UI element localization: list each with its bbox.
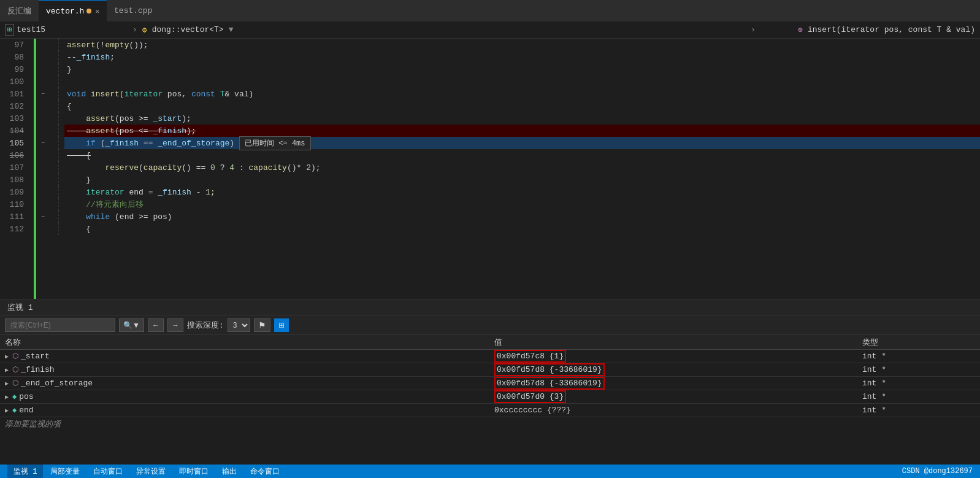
breadcrumb-bar: ⊞ test15 › ⚙ dong::vector<T> ▼ › ⊕ inser…	[0, 21, 980, 39]
grid-btn[interactable]: ⊞	[274, 318, 289, 332]
line-103: 103	[0, 112, 29, 125]
code-line-112: {	[64, 223, 980, 235]
line-106: 106	[0, 149, 29, 161]
col-value: 值	[489, 337, 857, 348]
breadcrumb-class[interactable]: ⚙ dong::vector<T> ▼	[142, 25, 746, 35]
code-line-108: }	[64, 174, 980, 186]
search-icon-btn[interactable]: 🔍▼	[119, 318, 144, 332]
watch-table: ▶ ⬡ _start 0x00fd57c8 {1} int * ▶ ⬡ _fin…	[0, 350, 980, 465]
search-input[interactable]	[5, 318, 115, 332]
watch-toolbar: 🔍▼ ← → 搜索深度: 3 1 2 4 5 ⚑ ⊞	[0, 315, 980, 335]
status-right-text: CSDN @dong132697	[902, 467, 973, 476]
code-line-104: assert(pos <= _finish);	[64, 125, 980, 137]
dropdown-icon: ▼	[229, 25, 234, 34]
watch-row-start[interactable]: ▶ ⬡ _start 0x00fd57c8 {1} int *	[0, 350, 980, 363]
status-tab-command[interactable]: 命令窗口	[244, 465, 286, 478]
line-110: 110	[0, 198, 29, 210]
modified-indicator	[86, 9, 91, 13]
project-icon: ⊞	[5, 24, 14, 36]
line-105: ➤ 105	[0, 137, 29, 149]
fold-105[interactable]: −	[41, 140, 45, 147]
gutter: − − −	[34, 39, 52, 299]
green-bar	[34, 39, 36, 299]
close-icon[interactable]: ✕	[95, 7, 99, 15]
value-start: 0x00fd57c8 {1}	[494, 350, 566, 363]
line-numbers: 97 98 99 100 101 102 103 104 ➤ 105 106 1…	[0, 39, 34, 299]
debug-tooltip-105: 已用时间 <= 4ms	[239, 136, 310, 150]
status-tab-exception[interactable]: 异常设置	[130, 465, 172, 478]
col-name: 名称	[0, 337, 489, 348]
code-line-109: iterator end = _finish - 1;	[64, 186, 980, 198]
watch-table-header: 名称 值 类型	[0, 335, 980, 350]
watch-row-eos[interactable]: ▶ ⬡ _end_of_storage 0x00fd57d8 {-3368601…	[0, 377, 980, 390]
project-name: test15	[17, 25, 45, 34]
watch-row-pos[interactable]: ▶ ◆ pos 0x00fd57d0 {3} int *	[0, 390, 980, 404]
line-104: 104	[0, 125, 29, 137]
watch-row-finish[interactable]: ▶ ⬡ _finish 0x00fd57d8 {-33686019} int *	[0, 363, 980, 377]
class-name: dong::vector<T>	[152, 25, 224, 34]
add-watch-row[interactable]: 添加要监视的项	[0, 417, 980, 431]
icon-end: ◆	[12, 406, 17, 415]
line-101: 101	[0, 88, 29, 100]
icon-eos: ⬡	[12, 379, 18, 388]
breadcrumb-function[interactable]: ⊕ insert(iterator pos, const T & val)	[760, 25, 975, 35]
code-line-100	[64, 75, 980, 88]
expand-pos[interactable]: ▶	[5, 393, 9, 401]
depth-select[interactable]: 3 1 2 4 5	[228, 318, 250, 332]
expand-eos[interactable]: ▶	[5, 380, 9, 387]
icon-finish: ⬡	[12, 365, 18, 374]
value-pos: 0x00fd57d0 {3}	[494, 390, 566, 403]
nav-back-btn[interactable]: ←	[148, 318, 164, 332]
fold-101[interactable]: −	[41, 91, 45, 98]
depth-label: 搜索深度:	[187, 320, 224, 331]
line-100: 100	[0, 75, 29, 88]
line-109: 109	[0, 186, 29, 198]
panel-title-bar: 监视 1	[0, 299, 980, 315]
title-bar: 反汇编 vector.h ✕ test.cpp	[0, 0, 980, 21]
line-111: 111	[0, 210, 29, 223]
expand-end[interactable]: ▶	[5, 407, 9, 414]
code-line-101: void insert(iterator pos, const T& val)	[64, 88, 980, 100]
nav-forward-btn[interactable]: →	[167, 318, 183, 332]
code-line-111: while (end >= pos)	[64, 210, 980, 223]
icon-start: ⬡	[12, 352, 18, 361]
code-line-97: assert(!empty());	[64, 39, 980, 51]
status-tabs: 监视 1 局部变量 自动窗口 异常设置 即时窗口 输出 命令窗口	[7, 465, 902, 478]
function-name: insert(iterator pos, const T & val)	[808, 25, 975, 34]
expand-start[interactable]: ▶	[5, 353, 9, 360]
value-eos: 0x00fd57d8 {-33686019}	[494, 377, 605, 390]
watch-row-end[interactable]: ▶ ◆ end 0xcccccccc {???} int *	[0, 404, 980, 417]
line-102: 102	[0, 100, 29, 112]
fold-111[interactable]: −	[41, 214, 45, 220]
status-tab-watch1[interactable]: 监视 1	[7, 465, 43, 478]
value-end: 0xcccccccc {???}	[494, 406, 571, 415]
status-tab-locals[interactable]: 局部变量	[44, 465, 86, 478]
code-line-102: {	[64, 100, 980, 112]
expand-finish[interactable]: ▶	[5, 366, 9, 374]
code-content[interactable]: assert(!empty()); --_finish; } void inse…	[64, 39, 980, 299]
code-line-110: //将元素向后移	[64, 198, 980, 210]
function-icon: ⊕	[798, 25, 803, 35]
code-line-106: {	[64, 149, 980, 161]
code-line-99: }	[64, 63, 980, 75]
value-finish: 0x00fd57d8 {-33686019}	[494, 363, 605, 376]
tab-vector-h[interactable]: vector.h ✕	[39, 0, 107, 21]
code-line-107: reserve(capacity() == 0 ? 4 : capacity()…	[64, 161, 980, 174]
filter-btn[interactable]: ⚑	[254, 318, 270, 332]
bottom-panel: 监视 1 🔍▼ ← → 搜索深度: 3 1 2 4 5 ⚑ ⊞ 名称 值 类型 …	[0, 299, 980, 465]
line-98: 98	[0, 51, 29, 63]
line-99: 99	[0, 63, 29, 75]
tab-disassembly[interactable]: 反汇编	[0, 0, 39, 21]
line-97: 97	[0, 39, 29, 51]
status-tab-auto[interactable]: 自动窗口	[87, 465, 129, 478]
breadcrumb-project: ⊞ test15	[5, 24, 128, 36]
line-108: 108	[0, 174, 29, 186]
icon-pos: ◆	[12, 392, 17, 401]
col-type: 类型	[857, 337, 980, 348]
status-tab-immediate[interactable]: 即时窗口	[173, 465, 215, 478]
status-bar: 监视 1 局部变量 自动窗口 异常设置 即时窗口 输出 命令窗口 CSDN @d…	[0, 465, 980, 478]
code-line-98: --_finish;	[64, 51, 980, 63]
tab-test-cpp[interactable]: test.cpp	[107, 0, 159, 21]
status-tab-output[interactable]: 输出	[216, 465, 243, 478]
indent-col	[52, 39, 64, 299]
